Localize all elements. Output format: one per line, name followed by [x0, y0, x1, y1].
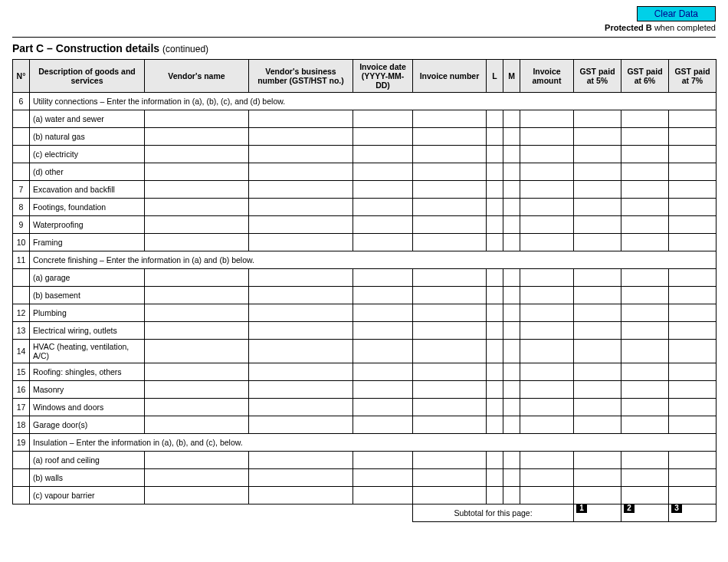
- cell-invno[interactable]: [413, 487, 487, 504]
- cell-m[interactable]: [503, 469, 520, 487]
- cell-gst7[interactable]: [669, 340, 717, 363]
- cell-date[interactable]: [353, 216, 413, 234]
- cell-gst6[interactable]: [621, 416, 669, 434]
- cell-amt[interactable]: [520, 216, 574, 234]
- cell-gst6[interactable]: [621, 381, 669, 399]
- cell-gst7[interactable]: [669, 452, 717, 469]
- cell-gst5[interactable]: [574, 340, 621, 363]
- cell-l[interactable]: [487, 487, 503, 504]
- cell-m[interactable]: [503, 199, 520, 216]
- cell-date[interactable]: [353, 381, 413, 399]
- cell-gst6[interactable]: [621, 181, 669, 199]
- cell-l[interactable]: [487, 304, 503, 322]
- cell-vendor[interactable]: [145, 381, 249, 399]
- cell-amt[interactable]: [520, 146, 574, 163]
- cell-date[interactable]: [353, 322, 413, 340]
- cell-bn[interactable]: [249, 304, 353, 322]
- cell-l[interactable]: [487, 381, 503, 399]
- cell-gst6[interactable]: [621, 269, 669, 287]
- cell-amt[interactable]: [520, 269, 574, 287]
- cell-date[interactable]: [353, 416, 413, 434]
- cell-bn[interactable]: [249, 381, 353, 399]
- cell-gst5[interactable]: [574, 146, 621, 163]
- cell-l[interactable]: [487, 363, 503, 381]
- cell-amt[interactable]: [520, 416, 574, 434]
- cell-gst6[interactable]: [621, 469, 669, 487]
- cell-m[interactable]: [503, 452, 520, 469]
- cell-bn[interactable]: [249, 199, 353, 216]
- cell-invno[interactable]: [413, 399, 487, 416]
- cell-l[interactable]: [487, 234, 503, 251]
- cell-m[interactable]: [503, 322, 520, 340]
- cell-gst6[interactable]: [621, 340, 669, 363]
- cell-vendor[interactable]: [145, 363, 249, 381]
- cell-gst7[interactable]: [669, 199, 717, 216]
- cell-vendor[interactable]: [145, 322, 249, 340]
- cell-gst7[interactable]: [669, 399, 717, 416]
- cell-l[interactable]: [487, 181, 503, 199]
- cell-gst5[interactable]: [574, 234, 621, 251]
- cell-vendor[interactable]: [145, 234, 249, 251]
- cell-m[interactable]: [503, 163, 520, 181]
- cell-vendor[interactable]: [145, 181, 249, 199]
- cell-m[interactable]: [503, 128, 520, 146]
- cell-gst6[interactable]: [621, 146, 669, 163]
- cell-invno[interactable]: [413, 199, 487, 216]
- cell-invno[interactable]: [413, 163, 487, 181]
- cell-gst7[interactable]: [669, 181, 717, 199]
- cell-invno[interactable]: [413, 128, 487, 146]
- cell-date[interactable]: [353, 363, 413, 381]
- cell-bn[interactable]: [249, 340, 353, 363]
- cell-invno[interactable]: [413, 322, 487, 340]
- cell-date[interactable]: [353, 146, 413, 163]
- cell-invno[interactable]: [413, 452, 487, 469]
- cell-gst5[interactable]: [574, 322, 621, 340]
- cell-gst7[interactable]: [669, 322, 717, 340]
- cell-gst7[interactable]: [669, 128, 717, 146]
- cell-m[interactable]: [503, 363, 520, 381]
- cell-gst5[interactable]: [574, 216, 621, 234]
- cell-invno[interactable]: [413, 304, 487, 322]
- cell-date[interactable]: [353, 128, 413, 146]
- cell-m[interactable]: [503, 304, 520, 322]
- cell-vendor[interactable]: [145, 469, 249, 487]
- cell-gst6[interactable]: [621, 128, 669, 146]
- cell-gst6[interactable]: [621, 322, 669, 340]
- cell-bn[interactable]: [249, 216, 353, 234]
- cell-gst6[interactable]: [621, 452, 669, 469]
- cell-l[interactable]: [487, 199, 503, 216]
- cell-bn[interactable]: [249, 322, 353, 340]
- cell-date[interactable]: [353, 287, 413, 304]
- cell-gst7[interactable]: [669, 110, 717, 128]
- cell-l[interactable]: [487, 146, 503, 163]
- cell-amt[interactable]: [520, 322, 574, 340]
- cell-gst6[interactable]: [621, 399, 669, 416]
- cell-vendor[interactable]: [145, 340, 249, 363]
- cell-date[interactable]: [353, 399, 413, 416]
- cell-l[interactable]: [487, 399, 503, 416]
- cell-vendor[interactable]: [145, 146, 249, 163]
- cell-amt[interactable]: [520, 128, 574, 146]
- cell-l[interactable]: [487, 322, 503, 340]
- cell-invno[interactable]: [413, 234, 487, 251]
- cell-gst5[interactable]: [574, 287, 621, 304]
- cell-date[interactable]: [353, 110, 413, 128]
- cell-bn[interactable]: [249, 146, 353, 163]
- cell-gst5[interactable]: [574, 128, 621, 146]
- cell-l[interactable]: [487, 216, 503, 234]
- cell-vendor[interactable]: [145, 269, 249, 287]
- cell-gst7[interactable]: [669, 216, 717, 234]
- cell-bn[interactable]: [249, 110, 353, 128]
- cell-vendor[interactable]: [145, 199, 249, 216]
- cell-l[interactable]: [487, 269, 503, 287]
- cell-vendor[interactable]: [145, 287, 249, 304]
- cell-m[interactable]: [503, 340, 520, 363]
- cell-bn[interactable]: [249, 234, 353, 251]
- cell-date[interactable]: [353, 487, 413, 504]
- cell-m[interactable]: [503, 216, 520, 234]
- cell-vendor[interactable]: [145, 304, 249, 322]
- cell-invno[interactable]: [413, 469, 487, 487]
- cell-date[interactable]: [353, 181, 413, 199]
- cell-l[interactable]: [487, 340, 503, 363]
- cell-invno[interactable]: [413, 340, 487, 363]
